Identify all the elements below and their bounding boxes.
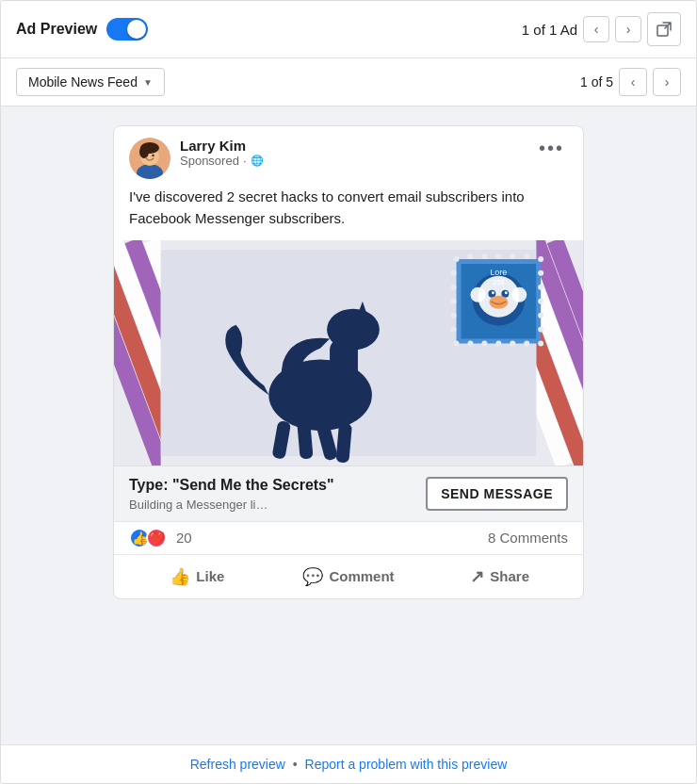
reactions-bar: 👍 ❤️ 20 8 Comments [114, 521, 583, 554]
send-message-button[interactable]: SEND MESSAGE [426, 477, 568, 511]
comments-count: 8 Comments [488, 530, 568, 546]
action-bar: 👍 Like 💬 Comment ↗ Share [114, 554, 583, 598]
svg-point-57 [538, 299, 543, 304]
svg-point-50 [451, 270, 457, 276]
share-button[interactable]: ↗ Share [424, 559, 575, 595]
svg-point-36 [492, 291, 494, 294]
svg-point-52 [451, 299, 457, 304]
svg-point-47 [510, 253, 515, 259]
like-button[interactable]: 👍 Like [122, 559, 273, 595]
placement-label: Mobile News Feed [28, 74, 138, 90]
prev-ad-button[interactable]: ‹ [583, 16, 609, 42]
more-options-button[interactable]: ••• [535, 138, 568, 159]
svg-point-53 [451, 313, 457, 318]
user-name: Larry Kim [180, 138, 535, 154]
svg-point-7 [152, 155, 154, 156]
svg-point-65 [524, 341, 529, 347]
svg-point-6 [145, 155, 147, 156]
svg-point-46 [495, 253, 501, 259]
avatar [129, 138, 170, 179]
toggle-knob [127, 20, 146, 39]
comment-label: Comment [329, 568, 394, 584]
ad-image-container: Lore 25¢ [114, 240, 583, 466]
svg-point-56 [538, 285, 543, 290]
placement-counter: 1 of 5 [580, 74, 613, 90]
comment-icon: 💬 [302, 566, 323, 587]
svg-point-44 [467, 253, 473, 259]
comment-button[interactable]: 💬 Comment [273, 559, 425, 595]
external-link-button[interactable] [647, 12, 681, 46]
ad-cta-left: Type: "Send Me the Secrets" Building a M… [129, 476, 334, 512]
sponsored-text: Sponsored [180, 154, 239, 168]
love-reaction-icon: ❤️ [146, 528, 167, 548]
bottom-bar: Refresh preview • Report a problem with … [1, 744, 696, 783]
globe-icon: 🌐 [251, 155, 264, 167]
top-bar: Ad Preview 1 of 1 Ad ‹ › [1, 1, 696, 58]
svg-text:25¢: 25¢ [493, 278, 505, 286]
ad-image: Lore 25¢ [114, 240, 583, 466]
reaction-count: 20 [176, 530, 192, 546]
svg-point-64 [510, 341, 515, 347]
dropdown-arrow-icon: ▼ [143, 77, 153, 88]
main-content: Larry Kim Sponsored · 🌐 ••• I've discove… [1, 106, 696, 744]
next-placement-button[interactable]: › [653, 68, 681, 96]
prev-placement-button[interactable]: ‹ [619, 68, 647, 96]
svg-point-43 [454, 256, 460, 262]
top-bar-right: 1 of 1 Ad ‹ › [522, 12, 681, 46]
like-label: Like [196, 568, 224, 584]
ad-cta-bar: Type: "Send Me the Secrets" Building a M… [114, 466, 583, 521]
svg-text:Lore: Lore [490, 268, 507, 277]
ad-counter: 1 of 1 Ad [522, 22, 577, 38]
placement-bar: Mobile News Feed ▼ 1 of 5 ‹ › [1, 58, 696, 106]
svg-point-45 [481, 253, 487, 259]
svg-point-39 [470, 287, 485, 302]
svg-point-49 [538, 256, 543, 262]
placement-dropdown[interactable]: Mobile News Feed ▼ [16, 68, 165, 96]
svg-point-37 [505, 291, 508, 294]
share-label: Share [490, 568, 529, 584]
external-link-icon [656, 22, 672, 37]
svg-point-24 [327, 309, 380, 351]
ad-cta-desc: Building a Messenger li… [129, 498, 334, 512]
ad-preview-toggle[interactable] [106, 18, 148, 41]
svg-point-59 [538, 327, 543, 333]
avatar-image [129, 138, 170, 179]
share-icon: ↗ [470, 566, 484, 587]
svg-point-48 [524, 253, 529, 259]
svg-point-60 [454, 341, 460, 347]
dot-separator: · [243, 154, 247, 168]
refresh-preview-link[interactable]: Refresh preview [190, 757, 285, 772]
like-icon: 👍 [170, 566, 190, 587]
svg-point-61 [467, 341, 473, 347]
svg-point-66 [538, 341, 543, 347]
reactions-left: 👍 ❤️ 20 [129, 528, 192, 548]
svg-point-63 [495, 341, 501, 347]
facebook-ad-card: Larry Kim Sponsored · 🌐 ••• I've discove… [113, 125, 584, 599]
svg-point-40 [511, 287, 527, 302]
svg-point-62 [481, 341, 487, 347]
sponsored-line: Sponsored · 🌐 [180, 154, 535, 168]
user-info: Larry Kim Sponsored · 🌐 [180, 138, 535, 168]
placement-right: 1 of 5 ‹ › [580, 68, 681, 96]
ad-cta-title: Type: "Send Me the Secrets" [129, 476, 334, 496]
svg-point-5 [139, 145, 149, 158]
reaction-icons: 👍 ❤️ [129, 528, 163, 548]
svg-point-51 [451, 285, 457, 290]
dot-separator: • [293, 757, 298, 772]
next-ad-button[interactable]: › [615, 16, 641, 42]
post-text: I've discovered 2 secret hacks to conver… [114, 187, 583, 240]
ad-preview-title: Ad Preview [16, 21, 97, 38]
report-problem-link[interactable]: Report a problem with this preview [305, 757, 508, 772]
card-header: Larry Kim Sponsored · 🌐 ••• [114, 126, 583, 187]
svg-point-54 [451, 327, 457, 333]
svg-point-58 [538, 313, 543, 318]
svg-point-55 [538, 270, 543, 276]
ad-preview-container: Ad Preview 1 of 1 Ad ‹ › Mobile News Fee… [0, 0, 697, 784]
